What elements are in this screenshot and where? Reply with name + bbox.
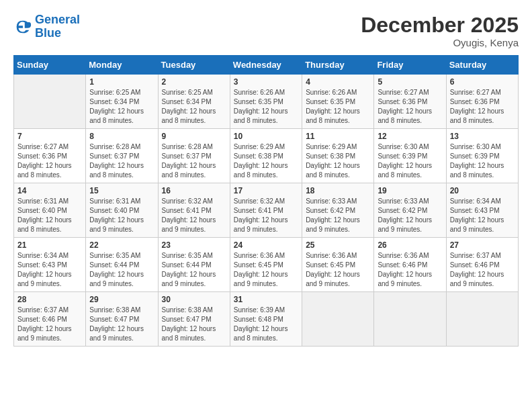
- calendar-week-row: 14Sunrise: 6:31 AM Sunset: 6:40 PM Dayli…: [14, 183, 519, 238]
- location: Oyugis, Kenya: [361, 37, 519, 48]
- calendar-week-row: 1Sunrise: 6:25 AM Sunset: 6:34 PM Daylig…: [14, 75, 519, 129]
- day-number: 3: [234, 77, 298, 87]
- day-info: Sunrise: 6:35 AM Sunset: 6:44 PM Dayligh…: [162, 251, 226, 289]
- day-number: 17: [234, 186, 298, 195]
- calendar-day-cell: 2Sunrise: 6:25 AM Sunset: 6:34 PM Daylig…: [158, 75, 230, 129]
- logo-text: General Blue: [35, 13, 80, 40]
- calendar-day-cell: 25Sunrise: 6:36 AM Sunset: 6:45 PM Dayli…: [302, 238, 374, 292]
- calendar-day-cell: 19Sunrise: 6:33 AM Sunset: 6:42 PM Dayli…: [374, 183, 446, 238]
- day-number: 5: [378, 77, 442, 87]
- day-info: Sunrise: 6:28 AM Sunset: 6:37 PM Dayligh…: [89, 142, 154, 180]
- day-number: 28: [17, 295, 82, 304]
- calendar-day-cell: 21Sunrise: 6:34 AM Sunset: 6:43 PM Dayli…: [14, 238, 86, 292]
- day-number: 31: [234, 295, 298, 304]
- calendar-day-cell: 20Sunrise: 6:34 AM Sunset: 6:43 PM Dayli…: [446, 183, 518, 238]
- day-info: Sunrise: 6:36 AM Sunset: 6:45 PM Dayligh…: [234, 251, 298, 289]
- calendar-day-cell: [446, 292, 518, 347]
- day-info: Sunrise: 6:30 AM Sunset: 6:39 PM Dayligh…: [378, 142, 442, 180]
- calendar-week-row: 21Sunrise: 6:34 AM Sunset: 6:43 PM Dayli…: [14, 238, 519, 292]
- logo-icon: [13, 17, 32, 36]
- day-info: Sunrise: 6:36 AM Sunset: 6:46 PM Dayligh…: [378, 251, 442, 289]
- logo: General Blue: [13, 13, 80, 40]
- day-info: Sunrise: 6:25 AM Sunset: 6:34 PM Dayligh…: [162, 88, 226, 126]
- day-number: 9: [162, 132, 226, 141]
- day-info: Sunrise: 6:37 AM Sunset: 6:46 PM Dayligh…: [450, 251, 515, 289]
- calendar-day-cell: 3Sunrise: 6:26 AM Sunset: 6:35 PM Daylig…: [230, 75, 302, 129]
- calendar-day-cell: 8Sunrise: 6:28 AM Sunset: 6:37 PM Daylig…: [86, 129, 158, 183]
- day-info: Sunrise: 6:34 AM Sunset: 6:43 PM Dayligh…: [450, 197, 515, 234]
- day-number: 7: [17, 132, 82, 141]
- day-number: 8: [89, 132, 154, 141]
- calendar-day-cell: 13Sunrise: 6:30 AM Sunset: 6:39 PM Dayli…: [446, 129, 518, 183]
- day-info: Sunrise: 6:34 AM Sunset: 6:43 PM Dayligh…: [17, 251, 82, 289]
- day-of-week-header: Sunday: [14, 56, 86, 75]
- calendar-day-cell: 30Sunrise: 6:38 AM Sunset: 6:47 PM Dayli…: [158, 292, 230, 347]
- title-area: December 2025 Oyugis, Kenya: [361, 13, 519, 48]
- day-info: Sunrise: 6:30 AM Sunset: 6:39 PM Dayligh…: [450, 142, 515, 180]
- day-number: 16: [162, 186, 226, 195]
- calendar-body: 1Sunrise: 6:25 AM Sunset: 6:34 PM Daylig…: [14, 75, 519, 347]
- day-info: Sunrise: 6:38 AM Sunset: 6:47 PM Dayligh…: [89, 306, 154, 343]
- calendar-day-cell: 29Sunrise: 6:38 AM Sunset: 6:47 PM Dayli…: [86, 292, 158, 347]
- day-number: 11: [306, 132, 370, 141]
- day-of-week-header: Thursday: [302, 56, 374, 75]
- month-title: December 2025: [361, 13, 519, 37]
- day-number: 24: [234, 240, 298, 250]
- calendar-day-cell: 23Sunrise: 6:35 AM Sunset: 6:44 PM Dayli…: [158, 238, 230, 292]
- calendar-day-cell: 9Sunrise: 6:28 AM Sunset: 6:37 PM Daylig…: [158, 129, 230, 183]
- day-of-week-header: Wednesday: [230, 56, 302, 75]
- calendar-day-cell: 12Sunrise: 6:30 AM Sunset: 6:39 PM Dayli…: [374, 129, 446, 183]
- day-info: Sunrise: 6:36 AM Sunset: 6:45 PM Dayligh…: [306, 251, 370, 289]
- calendar-day-cell: 27Sunrise: 6:37 AM Sunset: 6:46 PM Dayli…: [446, 238, 518, 292]
- day-info: Sunrise: 6:32 AM Sunset: 6:41 PM Dayligh…: [234, 197, 298, 234]
- calendar-day-cell: 7Sunrise: 6:27 AM Sunset: 6:36 PM Daylig…: [14, 129, 86, 183]
- day-number: 25: [306, 240, 370, 250]
- calendar-week-row: 28Sunrise: 6:37 AM Sunset: 6:46 PM Dayli…: [14, 292, 519, 347]
- day-number: 13: [450, 132, 515, 141]
- day-info: Sunrise: 6:29 AM Sunset: 6:38 PM Dayligh…: [234, 142, 298, 180]
- day-number: 29: [89, 295, 154, 304]
- day-info: Sunrise: 6:28 AM Sunset: 6:37 PM Dayligh…: [162, 142, 226, 180]
- calendar-day-cell: 5Sunrise: 6:27 AM Sunset: 6:36 PM Daylig…: [374, 75, 446, 129]
- day-number: 18: [306, 186, 370, 195]
- calendar-day-cell: [302, 292, 374, 347]
- calendar-table: SundayMondayTuesdayWednesdayThursdayFrid…: [13, 55, 519, 347]
- calendar-day-cell: 16Sunrise: 6:32 AM Sunset: 6:41 PM Dayli…: [158, 183, 230, 238]
- day-info: Sunrise: 6:29 AM Sunset: 6:38 PM Dayligh…: [306, 142, 370, 180]
- calendar-day-cell: 18Sunrise: 6:33 AM Sunset: 6:42 PM Dayli…: [302, 183, 374, 238]
- day-info: Sunrise: 6:38 AM Sunset: 6:47 PM Dayligh…: [162, 306, 226, 343]
- day-number: 27: [450, 240, 515, 250]
- day-info: Sunrise: 6:32 AM Sunset: 6:41 PM Dayligh…: [162, 197, 226, 234]
- calendar-week-row: 7Sunrise: 6:27 AM Sunset: 6:36 PM Daylig…: [14, 129, 519, 183]
- calendar-day-cell: [14, 75, 86, 129]
- calendar-day-cell: 4Sunrise: 6:26 AM Sunset: 6:35 PM Daylig…: [302, 75, 374, 129]
- calendar-day-cell: 24Sunrise: 6:36 AM Sunset: 6:45 PM Dayli…: [230, 238, 302, 292]
- page-header: General Blue December 2025 Oyugis, Kenya: [13, 13, 519, 48]
- calendar-header-row: SundayMondayTuesdayWednesdayThursdayFrid…: [14, 56, 519, 75]
- day-number: 20: [450, 186, 515, 195]
- calendar-day-cell: 1Sunrise: 6:25 AM Sunset: 6:34 PM Daylig…: [86, 75, 158, 129]
- calendar-day-cell: 14Sunrise: 6:31 AM Sunset: 6:40 PM Dayli…: [14, 183, 86, 238]
- day-info: Sunrise: 6:37 AM Sunset: 6:46 PM Dayligh…: [17, 306, 82, 343]
- day-info: Sunrise: 6:33 AM Sunset: 6:42 PM Dayligh…: [378, 197, 442, 234]
- day-info: Sunrise: 6:27 AM Sunset: 6:36 PM Dayligh…: [378, 88, 442, 126]
- day-number: 26: [378, 240, 442, 250]
- calendar-day-cell: 22Sunrise: 6:35 AM Sunset: 6:44 PM Dayli…: [86, 238, 158, 292]
- calendar-day-cell: 31Sunrise: 6:39 AM Sunset: 6:48 PM Dayli…: [230, 292, 302, 347]
- calendar-day-cell: [374, 292, 446, 347]
- day-number: 4: [306, 77, 370, 87]
- day-info: Sunrise: 6:35 AM Sunset: 6:44 PM Dayligh…: [89, 251, 154, 289]
- day-info: Sunrise: 6:26 AM Sunset: 6:35 PM Dayligh…: [234, 88, 298, 126]
- day-number: 6: [450, 77, 515, 87]
- calendar-day-cell: 26Sunrise: 6:36 AM Sunset: 6:46 PM Dayli…: [374, 238, 446, 292]
- day-of-week-header: Monday: [86, 56, 158, 75]
- calendar-header: SundayMondayTuesdayWednesdayThursdayFrid…: [14, 56, 519, 75]
- day-info: Sunrise: 6:26 AM Sunset: 6:35 PM Dayligh…: [306, 88, 370, 126]
- day-info: Sunrise: 6:31 AM Sunset: 6:40 PM Dayligh…: [17, 197, 82, 234]
- day-number: 14: [17, 186, 82, 195]
- day-info: Sunrise: 6:25 AM Sunset: 6:34 PM Dayligh…: [89, 88, 154, 126]
- calendar-day-cell: 15Sunrise: 6:31 AM Sunset: 6:40 PM Dayli…: [86, 183, 158, 238]
- day-number: 12: [378, 132, 442, 141]
- day-number: 23: [162, 240, 226, 250]
- day-number: 2: [162, 77, 226, 87]
